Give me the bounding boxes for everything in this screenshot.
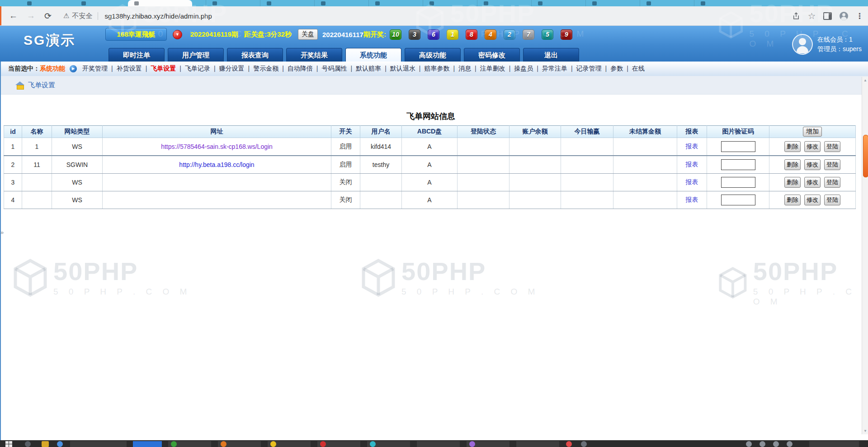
- taskbar-icon[interactable]: [581, 441, 587, 447]
- tray-icon[interactable]: [760, 441, 765, 447]
- taskbar-icon[interactable]: [566, 441, 572, 447]
- scrollbar-thumb[interactable]: [863, 135, 868, 177]
- taskbar-icon[interactable]: [171, 441, 177, 447]
- back-icon[interactable]: ←: [9, 11, 18, 21]
- scroll-down-icon[interactable]: ▼: [862, 429, 868, 433]
- taskbar-icon[interactable]: [469, 441, 475, 447]
- cell-today-winloss: [561, 174, 613, 191]
- tab-user-management[interactable]: 用户管理: [168, 48, 224, 62]
- edit-button[interactable]: 修改: [804, 195, 821, 205]
- tab-favicon: [484, 1, 488, 5]
- share-icon[interactable]: [792, 12, 800, 20]
- delete-button[interactable]: 删除: [784, 141, 801, 152]
- bookmark-star-icon[interactable]: ☆: [808, 11, 816, 21]
- start-button[interactable]: [5, 441, 12, 447]
- tray-icon[interactable]: [787, 441, 793, 447]
- taskbar-item[interactable]: [70, 441, 127, 447]
- taskbar-item[interactable]: [417, 441, 460, 447]
- lottery-dropdown-icon[interactable]: ▼: [173, 30, 182, 39]
- cell-name: 11: [22, 156, 52, 174]
- result-ball: 5: [542, 29, 553, 40]
- tab-change-password[interactable]: 密码修改: [464, 48, 520, 62]
- cell-site-type: WS: [52, 174, 103, 191]
- report-link[interactable]: 报表: [686, 143, 698, 150]
- subnav-link-restock[interactable]: 补货设置: [108, 65, 142, 73]
- tray-icon[interactable]: [773, 441, 779, 447]
- edit-button[interactable]: 修改: [804, 159, 821, 170]
- tab-instant-bets[interactable]: 即时注单: [108, 48, 165, 62]
- forward-icon[interactable]: →: [27, 11, 35, 21]
- lottery-select-button[interactable]: 168幸運飛艇: [105, 28, 167, 41]
- report-link[interactable]: 报表: [686, 196, 698, 203]
- browser-tabstrip[interactable]: [0, 0, 868, 6]
- subnav-link-params[interactable]: 参数: [602, 65, 623, 73]
- browser-menu-icon[interactable]: ⋮: [856, 11, 863, 21]
- subnav-link-auto-reduce[interactable]: 自动降倍: [278, 65, 313, 73]
- delete-button[interactable]: 删除: [784, 177, 801, 188]
- taskbar-icon[interactable]: [221, 441, 226, 447]
- close-plate-button[interactable]: 关盘: [298, 29, 318, 40]
- tray-icon[interactable]: [746, 441, 752, 447]
- tab-logout[interactable]: 退出: [523, 48, 579, 62]
- login-button[interactable]: 登陆: [824, 159, 840, 170]
- site-header: SG演示 168幸運飛艇 ▼ 20220416119期 距关盘: 3分32秒 关…: [0, 26, 868, 62]
- subnav-link-odds-params[interactable]: 赔率参数: [415, 65, 450, 73]
- subnav-link-log-manage[interactable]: 记录管理: [567, 65, 602, 73]
- subnav-link-bet-edit[interactable]: 注单删改: [471, 65, 505, 73]
- edit-button[interactable]: 修改: [804, 177, 821, 188]
- taskbar-folder-icon[interactable]: [42, 441, 49, 447]
- subnav-link-online[interactable]: 在线: [623, 65, 645, 73]
- tab-report-query[interactable]: 报表查询: [227, 48, 283, 62]
- add-button[interactable]: 增加: [803, 127, 822, 137]
- captcha-input[interactable]: [721, 141, 755, 152]
- captcha-input[interactable]: [721, 159, 755, 170]
- site-url-link[interactable]: http://hy.beta.a198.cc/login: [179, 161, 254, 168]
- tab-system-functions[interactable]: 系统功能: [345, 48, 401, 62]
- profile-avatar-icon[interactable]: [840, 12, 848, 20]
- captcha-input[interactable]: [721, 177, 755, 188]
- tab-draw-results[interactable]: 开奖结果: [286, 48, 342, 62]
- report-link[interactable]: 报表: [686, 178, 698, 185]
- security-warning-icon[interactable]: ⚠: [63, 12, 69, 20]
- taskbar-clock[interactable]: [809, 441, 859, 447]
- subnav-link-flyorder-records[interactable]: 飞单记录: [176, 65, 210, 73]
- subnav-link-default-rebate[interactable]: 默认退水: [381, 65, 415, 73]
- vertical-scrollbar[interactable]: ▲ ▼: [862, 77, 868, 434]
- subnav-link-abnormal-bets[interactable]: 异常注单: [533, 65, 567, 73]
- side-panel-icon[interactable]: [823, 12, 832, 20]
- captcha-input[interactable]: [721, 195, 755, 205]
- site-url-link[interactable]: https://5785464-sain.sk-cp168.ws/Login: [161, 143, 273, 150]
- taskbar-icon[interactable]: [320, 441, 326, 447]
- scroll-up-icon[interactable]: ▲: [862, 78, 868, 82]
- report-link[interactable]: 报表: [686, 161, 698, 168]
- subnav-link-number-attr[interactable]: 号码属性: [313, 65, 347, 73]
- taskbar-icon[interactable]: [270, 441, 276, 447]
- subnav-link-messages[interactable]: 消息: [449, 65, 471, 73]
- home-icon[interactable]: [15, 81, 24, 89]
- taskbar-item[interactable]: [516, 441, 559, 447]
- taskbar-icon[interactable]: [25, 441, 31, 447]
- col-id: id: [4, 126, 22, 138]
- reload-icon[interactable]: ⟳: [44, 11, 52, 21]
- login-button[interactable]: 登陆: [824, 177, 840, 188]
- url-field[interactable]: sg138hy.zhibao.xyz/hide/admin.php: [98, 12, 212, 20]
- page-title: 飞单网站信息: [0, 111, 862, 122]
- result-ball: 8: [466, 29, 477, 40]
- subnav-link-warning-amount[interactable]: 警示金额: [245, 65, 279, 73]
- login-button[interactable]: 登陆: [824, 195, 840, 205]
- edit-button[interactable]: 修改: [804, 141, 821, 152]
- delete-button[interactable]: 删除: [784, 195, 801, 205]
- subnav-link-draw-manage[interactable]: 开奖管理: [82, 65, 108, 73]
- delete-button[interactable]: 删除: [784, 159, 801, 170]
- browser-active-tab[interactable]: [128, 0, 192, 6]
- login-button[interactable]: 登陆: [824, 141, 840, 152]
- tab-advanced-functions[interactable]: 高级功能: [405, 48, 461, 62]
- taskbar-icon[interactable]: [370, 441, 376, 447]
- taskbar-item-active[interactable]: [133, 441, 162, 447]
- subnav-link-points[interactable]: 赚分设置: [210, 65, 245, 73]
- subnav-link-trader[interactable]: 操盘员: [505, 65, 533, 73]
- subnav-link-default-odds[interactable]: 默认赔率: [347, 65, 381, 73]
- panel-expand-icon[interactable]: »: [0, 229, 4, 236]
- subnav-link-flyorder-settings[interactable]: 飞单设置: [142, 65, 176, 73]
- taskbar-browser-icon[interactable]: [57, 441, 63, 447]
